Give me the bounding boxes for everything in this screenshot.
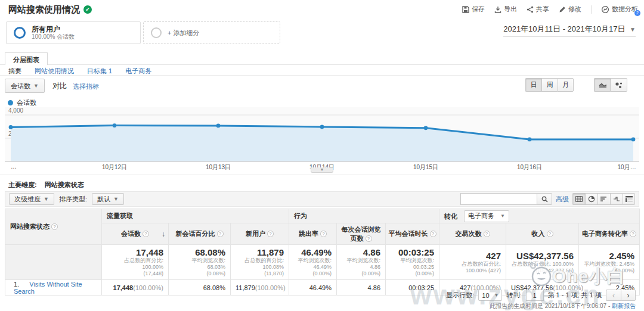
column-header-ecommerce-conversion-rate[interactable]: 电子商务转化率? bbox=[579, 223, 640, 245]
help-icon[interactable]: ? bbox=[430, 231, 436, 237]
chevron-down-icon: ▼ bbox=[44, 196, 49, 202]
refresh-report-link[interactable]: 刷新报告 bbox=[612, 303, 636, 309]
granularity-week-button[interactable]: 周 bbox=[541, 78, 558, 92]
rows-per-page-select[interactable]: 10 ▼ bbox=[478, 290, 502, 301]
search-button[interactable] bbox=[537, 193, 552, 205]
page-title: 网站搜索使用情况 bbox=[8, 4, 80, 15]
summary-ecommerce-conversion-rate: 2.45%平均浏览次数: 2.45%(0.00%) bbox=[579, 245, 640, 280]
sort-type-dropdown[interactable]: 默认 ▼ bbox=[92, 193, 124, 205]
column-header-bounce-rate[interactable]: 跳出率? bbox=[289, 223, 337, 245]
dimension-column-header[interactable]: 网站搜索状态? bbox=[5, 209, 102, 245]
verified-shield-icon: ✔ bbox=[83, 5, 92, 14]
granularity-buttons: 日 周 月 bbox=[525, 78, 574, 92]
row-dimension-link[interactable]: Visits Without Site Search bbox=[14, 281, 82, 295]
dimension-header-label: 网站搜索状态 bbox=[10, 223, 49, 230]
tab-explorer[interactable]: 分层图表 bbox=[5, 52, 48, 65]
help-icon[interactable]: ? bbox=[143, 231, 149, 237]
percentage-view-button[interactable] bbox=[585, 193, 597, 205]
granularity-month-button[interactable]: 月 bbox=[558, 78, 574, 92]
pivot-view-button[interactable] bbox=[623, 193, 635, 205]
chevron-down-icon: ▼ bbox=[500, 213, 505, 219]
date-range-picker[interactable]: 2021年10月11日 - 2021年10月17日 ▼ bbox=[503, 24, 636, 37]
summary-sessions: 17,448占总数的百分比: 100.00%(17,448) bbox=[102, 245, 169, 280]
vs-label: 对比 bbox=[52, 81, 67, 91]
subtab-ecommerce[interactable]: 电子商务 bbox=[125, 67, 151, 76]
pivot-view-icon bbox=[626, 196, 633, 202]
previous-page-button[interactable]: ‹ bbox=[606, 290, 621, 301]
insights-badge: 2 bbox=[634, 10, 640, 16]
cell-pages-per-session: 4.86 bbox=[337, 280, 386, 296]
view-toggle-group bbox=[572, 193, 635, 205]
add-segment-button[interactable]: + 添加细分 bbox=[143, 21, 280, 44]
conversion-type-dropdown[interactable]: 电子商务 ▼ bbox=[464, 210, 509, 222]
column-header-revenue[interactable]: 收入? bbox=[506, 223, 579, 245]
group-header-acquisition: 流量获取 bbox=[102, 209, 289, 223]
granularity-day-button[interactable]: 日 bbox=[525, 78, 541, 92]
comparison-view-button[interactable] bbox=[610, 193, 623, 205]
subtab-site-usage[interactable]: 网站使用情况 bbox=[35, 67, 74, 76]
select-metric-link[interactable]: 选择指标 bbox=[73, 82, 99, 91]
column-header-sessions[interactable]: 会话数?↓ bbox=[102, 223, 169, 245]
subtab-goal-set[interactable]: 目标集 1 bbox=[87, 67, 112, 76]
line-chart-icon bbox=[599, 82, 607, 89]
add-segment-ring-icon bbox=[151, 27, 162, 38]
table-toolbar: 次级维度 ▼ 排序类型: 默认 ▼ 高级 bbox=[5, 191, 639, 207]
save-button[interactable]: 保存 bbox=[462, 5, 485, 14]
group-header-conversions: 转化 电子商务 ▼ bbox=[439, 209, 640, 223]
metric-selector-label: 会话数 bbox=[11, 82, 30, 91]
row-index: 1. bbox=[14, 281, 19, 288]
export-button[interactable]: 导出 bbox=[494, 5, 517, 14]
sessions-area-chart[interactable]: 2,0004,000 bbox=[5, 107, 639, 162]
help-icon[interactable]: ? bbox=[51, 223, 58, 230]
help-icon[interactable]: ? bbox=[217, 231, 224, 237]
column-header-pages-per-session[interactable]: 每次会话浏览页数? bbox=[337, 223, 386, 245]
x-axis-label: 10月12日 bbox=[102, 163, 127, 172]
save-label: 保存 bbox=[472, 5, 485, 14]
primary-dimension-value[interactable]: 网站搜索状态 bbox=[45, 181, 84, 188]
table-view-button[interactable] bbox=[572, 193, 585, 205]
performance-view-button[interactable] bbox=[597, 193, 610, 205]
goto-page-input[interactable] bbox=[526, 290, 544, 301]
next-page-button[interactable]: › bbox=[621, 290, 636, 301]
toolbar-divider bbox=[591, 5, 592, 14]
advanced-filter-link[interactable]: 高级 bbox=[556, 195, 569, 204]
secondary-dimension-dropdown[interactable]: 次级维度 ▼ bbox=[9, 193, 54, 205]
range-text: 第 1 - 1 项, 共 1 项 bbox=[548, 291, 602, 300]
annotations-expander[interactable]: ▼ bbox=[311, 167, 333, 173]
chevron-down-icon: ▼ bbox=[113, 196, 119, 202]
help-icon[interactable]: ? bbox=[484, 231, 490, 237]
segment-all-users[interactable]: 所有用户 100.00% 会话数 bbox=[6, 21, 141, 44]
rows-label: 显示行数: bbox=[446, 291, 474, 300]
column-header-avg-session-duration[interactable]: 平均会话时长? bbox=[386, 223, 439, 245]
column-header-new-users[interactable]: 新用户? bbox=[231, 223, 289, 245]
export-label: 导出 bbox=[504, 5, 517, 14]
motion-chart-button[interactable] bbox=[611, 78, 627, 92]
primary-dimension-row: 主要维度: 网站搜索状态 bbox=[8, 181, 90, 189]
help-icon[interactable]: ? bbox=[547, 231, 553, 237]
subtab-summary[interactable]: 摘要 bbox=[8, 67, 21, 76]
generated-text: 此报告的生成时间是 2021/10/18下午9:06:07 - bbox=[490, 303, 610, 309]
edit-button[interactable]: 修改 bbox=[559, 5, 581, 14]
line-chart-button[interactable] bbox=[594, 78, 611, 92]
chevron-down-icon: ▼ bbox=[494, 293, 499, 298]
summary-row: 17,448占总数的百分比: 100.00%(17,448) 68.08%平均浏… bbox=[5, 245, 640, 280]
share-button[interactable]: 共享 bbox=[527, 5, 549, 14]
conversions-label: 转化 bbox=[444, 212, 457, 219]
report-table: 网站搜索状态? 流量获取 行为 转化 电子商务 ▼ 会话数?↓ 新会话百分比? … bbox=[5, 209, 640, 296]
search-icon bbox=[541, 196, 548, 203]
goto-label: 转到: bbox=[506, 291, 521, 300]
insights-button[interactable]: 2 数据分析 bbox=[601, 5, 638, 14]
cell-bounce-rate: 46.49% bbox=[289, 280, 337, 296]
help-icon[interactable]: ? bbox=[630, 231, 636, 237]
metric-selector-dropdown[interactable]: 会话数 ▼ bbox=[5, 79, 45, 93]
table-search-input[interactable] bbox=[460, 193, 537, 205]
summary-new-sessions-pct: 68.08%平均浏览次数: 68.03%(0.08%) bbox=[169, 245, 231, 280]
group-header-behavior: 行为 bbox=[289, 209, 439, 223]
summary-pages-per-session: 4.86平均浏览次数: 4.86(0.00%) bbox=[337, 245, 386, 280]
bar-view-icon bbox=[600, 196, 608, 202]
column-header-transactions[interactable]: 交易次数? bbox=[439, 223, 506, 245]
help-icon[interactable]: ? bbox=[320, 231, 327, 237]
help-icon[interactable]: ? bbox=[366, 235, 372, 242]
column-header-new-sessions-pct[interactable]: 新会话百分比? bbox=[169, 223, 231, 245]
help-icon[interactable]: ? bbox=[267, 231, 274, 237]
